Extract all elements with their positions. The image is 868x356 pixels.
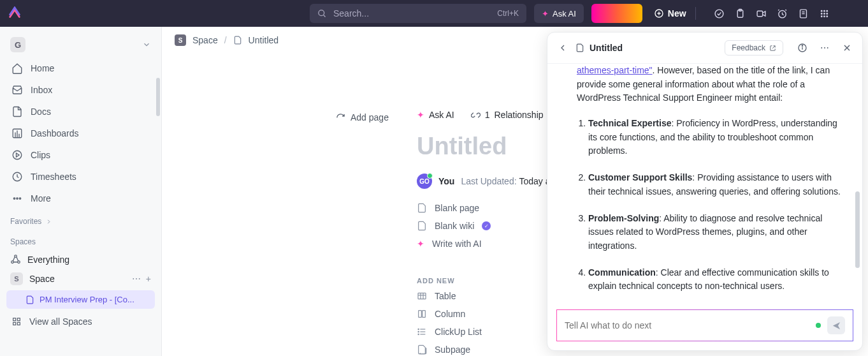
back-icon[interactable] xyxy=(558,43,568,53)
svg-point-52 xyxy=(802,45,802,46)
workspace-switcher[interactable]: G xyxy=(0,32,161,57)
upgrade-button[interactable] xyxy=(591,4,642,23)
notepad-icon[interactable] xyxy=(798,8,809,19)
opt-blank-wiki[interactable]: Blank wiki✓ xyxy=(417,221,491,231)
svg-line-1 xyxy=(323,15,325,17)
svg-point-13 xyxy=(820,10,822,11)
author-name: You xyxy=(438,176,454,186)
workspace-badge: G xyxy=(10,37,25,52)
page-icon xyxy=(417,203,427,213)
relationship-button[interactable]: 1Relationship xyxy=(471,110,544,120)
doc-icon xyxy=(233,36,242,45)
send-button[interactable] xyxy=(827,316,845,334)
apps-grid-icon[interactable] xyxy=(819,8,830,19)
new-button[interactable]: New xyxy=(654,8,686,19)
opt-blank-page[interactable]: Blank page xyxy=(417,203,491,213)
more-icon xyxy=(11,193,23,204)
nav-dashboards[interactable]: Dashboards xyxy=(0,122,161,144)
check-circle-icon[interactable] xyxy=(714,8,725,19)
svg-rect-36 xyxy=(13,322,16,325)
nav-docs[interactable]: Docs xyxy=(0,101,161,122)
page-icon xyxy=(417,221,427,231)
ask-ai-button[interactable]: ✦ Ask AI xyxy=(534,4,584,23)
external-icon xyxy=(769,45,776,52)
list-icon xyxy=(417,327,427,337)
grid-icon xyxy=(11,316,22,327)
info-icon[interactable] xyxy=(797,43,807,53)
crumb-doc[interactable]: Untitled xyxy=(249,35,278,45)
doc-icon xyxy=(575,43,584,52)
svg-point-18 xyxy=(826,13,828,15)
alarm-icon[interactable] xyxy=(777,8,788,19)
ai-link[interactable]: athemes-part-time" xyxy=(577,65,653,75)
nav-more[interactable]: More xyxy=(0,188,161,209)
ai-list-item: Problem-Solving: Ability to diagnose and… xyxy=(588,212,848,253)
addnew-table[interactable]: Table xyxy=(417,291,482,301)
docs-icon xyxy=(11,106,23,117)
table-icon xyxy=(417,291,427,301)
svg-point-14 xyxy=(823,10,825,11)
space-add-icon[interactable]: + xyxy=(146,274,151,284)
column-icon xyxy=(417,309,427,319)
ai-text-input[interactable] xyxy=(565,320,809,330)
addnew-clickup-list[interactable]: ClickUp List xyxy=(417,327,482,337)
space-subitem-active[interactable]: PM Interview Prep - [Co... xyxy=(6,290,155,309)
subpage-icon xyxy=(417,345,427,355)
svg-point-47 xyxy=(418,329,419,329)
ai-list: Technical Expertise: Proficiency in Word… xyxy=(577,117,848,304)
crumb-space-badge[interactable]: S xyxy=(175,34,186,46)
space-more-icon[interactable]: ⋯ xyxy=(132,274,141,284)
ai-list-item: Technical Expertise: Proficiency in Word… xyxy=(588,117,848,158)
ai-panel-title: Untitled xyxy=(575,43,717,53)
spaces-section: Spaces xyxy=(0,230,161,250)
space-everything[interactable]: Everything xyxy=(0,250,161,269)
space-item[interactable]: S Space ⋯ + xyxy=(0,269,161,289)
sidebar-scrollbar[interactable] xyxy=(156,78,160,116)
opt-write-ai[interactable]: ✦Write with AI xyxy=(417,239,491,249)
feedback-button[interactable]: Feedback xyxy=(725,40,783,56)
clipboard-icon[interactable] xyxy=(735,8,746,19)
more-icon[interactable]: ⋯ xyxy=(820,43,829,53)
chevron-down-icon xyxy=(142,40,151,49)
svg-point-31 xyxy=(15,255,17,258)
addnew-subpage[interactable]: Subpage xyxy=(417,345,482,355)
author-avatar[interactable]: GO xyxy=(417,174,432,189)
nav-timesheets[interactable]: Timesheets xyxy=(0,166,161,188)
ai-input[interactable] xyxy=(556,309,853,341)
online-indicator-icon xyxy=(816,323,821,328)
favorites-section[interactable]: Favorites xyxy=(0,209,161,230)
nav-home[interactable]: Home xyxy=(0,57,161,79)
page-options: Blank page Blank wiki✓ ✦Write with AI xyxy=(417,203,491,249)
close-icon[interactable] xyxy=(842,43,852,53)
search-icon xyxy=(317,9,327,19)
global-search[interactable]: Search... Ctrl+K xyxy=(310,4,526,23)
svg-point-48 xyxy=(418,331,419,332)
ai-panel: Untitled Feedback ⋯ athemes-part-time". … xyxy=(547,32,863,351)
ai-scrollbar[interactable] xyxy=(855,191,860,268)
add-page-button[interactable]: Add page xyxy=(336,112,389,122)
svg-point-0 xyxy=(319,10,324,15)
plus-circle-icon xyxy=(654,8,664,19)
timesheet-icon xyxy=(11,171,23,182)
view-all-spaces[interactable]: View all Spaces xyxy=(0,310,161,333)
main-content: S Space / Untitled Add page ✦Ask AI 1Rel… xyxy=(162,27,868,356)
crumb-space[interactable]: Space xyxy=(192,35,218,45)
page-ask-ai[interactable]: ✦Ask AI xyxy=(417,110,454,120)
addnew-list: Table Column ClickUp List Subpage xyxy=(417,291,482,355)
ai-panel-header: Untitled Feedback ⋯ xyxy=(547,33,862,64)
svg-point-21 xyxy=(826,15,828,17)
svg-point-5 xyxy=(715,10,723,18)
sidebar: G Home Inbox Docs Dashboards Clips Times… xyxy=(0,27,162,356)
addnew-column[interactable]: Column xyxy=(417,309,482,319)
svg-point-20 xyxy=(823,15,825,17)
sparkle-icon: ✦ xyxy=(417,110,424,120)
addnew-heading: ADD NEW xyxy=(417,277,455,285)
nav-clips[interactable]: Clips xyxy=(0,144,161,166)
svg-rect-8 xyxy=(757,11,763,17)
video-icon[interactable] xyxy=(756,8,767,19)
svg-rect-38 xyxy=(418,293,426,299)
nav-inbox[interactable]: Inbox xyxy=(0,79,161,101)
page-title[interactable]: Untitled xyxy=(417,133,507,160)
inbox-icon xyxy=(11,84,23,96)
chevron-right-icon xyxy=(45,218,52,225)
